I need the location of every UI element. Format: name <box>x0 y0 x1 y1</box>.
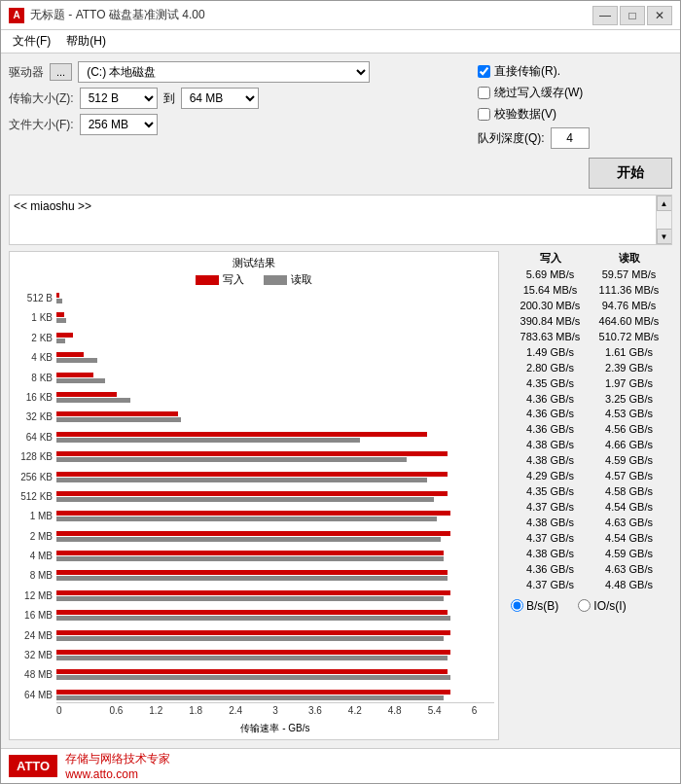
form-section: 驱动器 ... (C:) 本地磁盘 传输大小(Z): 512 B 到 64 MB <box>9 61 470 189</box>
read-val: 4.57 GB/s <box>591 469 668 484</box>
write-bar <box>56 411 178 416</box>
radio-row: B/s(B) IO/s(I) <box>507 599 672 613</box>
chart-results-row: 测试结果 写入 读取 512 B1 KB2 KB4 KB8 KB16 KB32 … <box>9 251 672 740</box>
scroll-up-arrow[interactable]: ▲ <box>657 196 672 211</box>
queue-value: 4 <box>551 127 590 149</box>
write-legend: 写入 <box>196 272 244 287</box>
y-label: 4 KB <box>14 352 53 363</box>
close-button[interactable]: ✕ <box>647 6 672 25</box>
bps-radio[interactable] <box>511 599 523 612</box>
write-val: 200.30 MB/s <box>512 299 590 314</box>
scroll-down-arrow[interactable]: ▼ <box>657 229 672 244</box>
read-val: 4.48 GB/s <box>591 578 668 593</box>
bar-row <box>56 411 494 424</box>
direct-transfer-checkbox[interactable] <box>478 65 490 78</box>
bar-row <box>56 570 494 583</box>
read-bar <box>56 318 66 323</box>
iops-label: IO/s(I) <box>593 599 626 613</box>
read-val: 2.39 GB/s <box>591 361 668 376</box>
write-val: 4.36 GB/s <box>512 562 590 578</box>
minimize-button[interactable]: — <box>592 6 618 25</box>
read-bar <box>56 675 450 680</box>
result-row: 390.84 MB/s464.60 MB/s <box>507 314 672 330</box>
browse-button[interactable]: ... <box>50 63 72 81</box>
read-val: 59.57 MB/s <box>591 267 668 283</box>
read-val: 4.63 GB/s <box>591 516 668 531</box>
verify-row: 校验数据(V) <box>478 106 672 123</box>
chart-legend: 写入 读取 <box>14 272 494 287</box>
drive-select[interactable]: (C:) 本地磁盘 <box>78 61 370 83</box>
write-val: 4.36 GB/s <box>512 407 590 422</box>
results-table: 写入 读取 5.69 MB/s59.57 MB/s15.64 MB/s111.3… <box>507 251 672 593</box>
write-bar <box>56 472 448 477</box>
results-header: 写入 读取 <box>507 251 672 266</box>
write-bar <box>56 551 444 555</box>
start-button[interactable]: 开始 <box>589 158 672 189</box>
write-val: 4.38 GB/s <box>512 438 590 453</box>
write-val: 4.38 GB/s <box>512 516 590 531</box>
read-bar <box>56 398 130 403</box>
right-panel: 直接传输(R). 绕过写入缓存(W) 校验数据(V) 队列深度(Q): 4 开始 <box>478 61 672 189</box>
y-label: 32 MB <box>14 650 53 660</box>
write-val: 4.37 GB/s <box>512 531 590 547</box>
y-label: 2 MB <box>14 531 53 542</box>
menu-help[interactable]: 帮助(H) <box>58 31 114 52</box>
x-label: 1.8 <box>176 705 216 720</box>
to-label: 到 <box>163 90 175 107</box>
read-bar <box>56 537 441 542</box>
write-val: 4.35 GB/s <box>512 376 590 392</box>
iops-radio[interactable] <box>578 599 591 612</box>
read-val: 510.72 MB/s <box>591 330 668 345</box>
menu-bar: 文件(F) 帮助(H) <box>1 30 680 53</box>
bar-row <box>56 432 494 445</box>
write-val: 4.36 GB/s <box>512 392 590 408</box>
write-val: 4.35 GB/s <box>512 484 590 500</box>
results-rows: 5.69 MB/s59.57 MB/s15.64 MB/s111.36 MB/s… <box>507 267 672 593</box>
bar-row <box>56 491 494 504</box>
y-label: 4 MB <box>14 551 53 561</box>
write-bar <box>56 293 59 298</box>
log-area: << miaoshu >> ▲ ▼ <box>9 195 672 245</box>
maximize-button[interactable]: □ <box>620 6 645 25</box>
write-val: 4.37 GB/s <box>512 500 590 516</box>
bar-row <box>56 333 494 345</box>
bar-row <box>56 352 494 365</box>
result-row: 4.37 GB/s4.54 GB/s <box>507 500 672 516</box>
write-cache-checkbox[interactable] <box>478 87 490 99</box>
x-label: 0 <box>56 705 96 720</box>
title-bar: A 无标题 - ATTO 磁盘基准测试 4.00 — □ ✕ <box>1 1 680 30</box>
file-size-select[interactable]: 256 MB <box>80 114 158 135</box>
direct-transfer-label: 直接传输(R). <box>494 63 560 80</box>
write-bar <box>56 511 450 516</box>
bar-row <box>56 690 494 702</box>
y-label: 32 KB <box>14 411 53 422</box>
top-section: 驱动器 ... (C:) 本地磁盘 传输大小(Z): 512 B 到 64 MB <box>9 61 672 189</box>
bps-label: B/s(B) <box>526 599 558 613</box>
y-label: 512 KB <box>14 491 53 502</box>
verify-checkbox[interactable] <box>478 108 490 121</box>
write-bar <box>56 451 448 456</box>
bars-area <box>56 291 494 702</box>
read-val: 4.58 GB/s <box>591 484 668 500</box>
result-row: 783.63 MB/s510.72 MB/s <box>507 330 672 345</box>
read-val: 4.54 GB/s <box>591 500 668 516</box>
drive-row: 驱动器 ... (C:) 本地磁盘 <box>9 61 470 83</box>
x-axis-label: 传输速率 - GB/s <box>14 722 494 735</box>
y-label: 8 MB <box>14 570 53 581</box>
transfer-size-label: 传输大小(Z): <box>9 90 74 107</box>
write-val: 4.38 GB/s <box>512 547 590 562</box>
menu-file[interactable]: 文件(F) <box>5 31 58 52</box>
bar-row <box>56 531 494 544</box>
read-val: 464.60 MB/s <box>591 314 668 330</box>
read-val: 4.53 GB/s <box>591 407 668 422</box>
transfer-size-to-select[interactable]: 64 MB <box>181 88 259 109</box>
result-row: 4.35 GB/s4.58 GB/s <box>507 484 672 500</box>
result-row: 4.36 GB/s3.25 GB/s <box>507 392 672 408</box>
bar-row <box>56 451 494 464</box>
bar-row <box>56 610 494 623</box>
result-row: 4.29 GB/s4.57 GB/s <box>507 469 672 484</box>
x-label: 5.4 <box>414 705 454 720</box>
transfer-size-from-select[interactable]: 512 B <box>80 88 158 109</box>
read-bar <box>56 438 360 443</box>
write-bar <box>56 491 448 496</box>
